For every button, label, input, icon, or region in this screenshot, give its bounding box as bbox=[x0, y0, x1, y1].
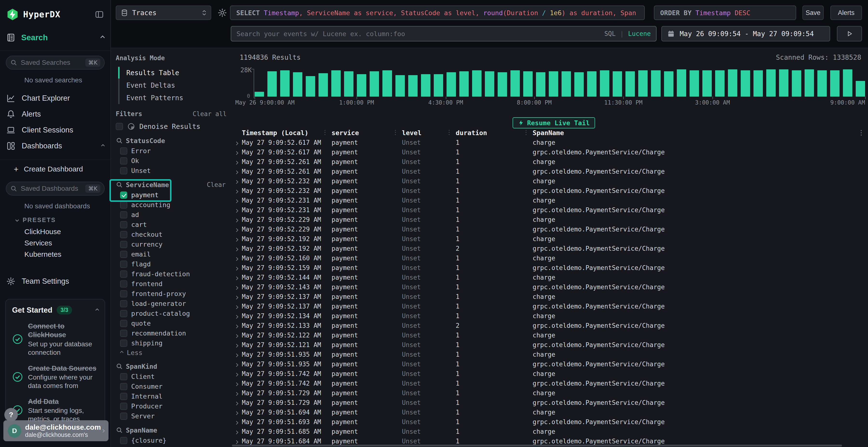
histogram-bar[interactable] bbox=[574, 72, 584, 97]
table-row[interactable]: May 27 9:09:52.159 AMpaymentUnset1grpc.o… bbox=[231, 263, 868, 273]
table-row[interactable]: May 27 9:09:51.935 AMpaymentUnset1charge bbox=[231, 350, 868, 359]
column-header-duration[interactable]: duration bbox=[456, 129, 533, 137]
table-row[interactable]: May 27 9:09:52.261 AMpaymentUnset1charge bbox=[231, 157, 868, 167]
histogram-bar[interactable] bbox=[536, 72, 546, 97]
histogram-bar[interactable] bbox=[318, 73, 328, 97]
filter-item-Client[interactable]: Client bbox=[116, 372, 227, 381]
presets-toggle[interactable]: PRESETS bbox=[0, 214, 111, 226]
histogram-bar[interactable] bbox=[382, 70, 392, 97]
histogram-bar[interactable] bbox=[856, 81, 865, 97]
source-settings-gear-icon[interactable] bbox=[217, 8, 227, 18]
sql-select-editor[interactable]: SELECT Timestamp, ServiceName as service… bbox=[230, 5, 645, 20]
row-expand-chevron[interactable] bbox=[235, 312, 242, 319]
filter-item-email[interactable]: email bbox=[116, 249, 227, 259]
checkbox[interactable] bbox=[120, 300, 127, 307]
table-row[interactable]: May 27 9:09:51.693 AMpaymentUnset1grpc.o… bbox=[231, 417, 868, 427]
filter-item-quote[interactable]: quote bbox=[116, 318, 227, 328]
filter-item-{closure}[interactable]: {closure} bbox=[116, 436, 227, 445]
sidebar-collapse-icon[interactable] bbox=[94, 10, 104, 19]
table-row[interactable]: May 27 9:09:52.122 AMpaymentUnset1charge bbox=[231, 331, 868, 340]
histogram-bar[interactable] bbox=[830, 70, 840, 97]
histogram-bar[interactable] bbox=[843, 69, 852, 97]
column-header-service[interactable]: service bbox=[332, 129, 402, 137]
checkbox[interactable] bbox=[120, 261, 127, 268]
row-expand-chevron[interactable] bbox=[235, 332, 242, 339]
filter-clear-button[interactable]: Clear bbox=[207, 181, 226, 188]
row-expand-chevron[interactable] bbox=[235, 245, 242, 252]
table-row[interactable]: May 27 9:09:52.160 AMpaymentUnset1charge bbox=[231, 253, 868, 263]
histogram-bar[interactable] bbox=[741, 70, 750, 97]
table-row[interactable]: May 27 9:09:51.684 AMpaymentUnset1grpc.o… bbox=[231, 437, 868, 445]
histogram-bar[interactable] bbox=[408, 75, 417, 97]
horizontal-scrollbar[interactable] bbox=[232, 445, 842, 447]
checkbox[interactable] bbox=[120, 271, 127, 278]
filter-item-accounting[interactable]: accounting bbox=[116, 200, 227, 210]
checkbox[interactable] bbox=[120, 310, 127, 317]
row-expand-chevron[interactable] bbox=[235, 283, 242, 291]
row-expand-chevron[interactable] bbox=[235, 148, 242, 156]
histogram-bar[interactable] bbox=[562, 71, 571, 97]
get-started-header[interactable]: Get Started 3/3 bbox=[12, 306, 98, 314]
filter-item-frontend[interactable]: frontend bbox=[116, 279, 227, 289]
filter-item-Producer[interactable]: Producer bbox=[116, 401, 227, 411]
histogram-bar[interactable] bbox=[728, 69, 737, 97]
sidebar-item-chart-explorer[interactable]: Chart Explorer bbox=[0, 90, 111, 106]
histogram-bar[interactable] bbox=[421, 74, 430, 97]
table-row[interactable]: May 27 9:09:52.192 AMpaymentUnset1charge bbox=[231, 234, 868, 244]
filter-item-ad[interactable]: ad bbox=[116, 210, 227, 220]
histogram-bar[interactable] bbox=[664, 71, 674, 97]
histogram-bar[interactable] bbox=[766, 69, 776, 97]
filter-item-Ok[interactable]: Ok bbox=[116, 156, 227, 166]
histogram-bar[interactable] bbox=[677, 69, 686, 97]
analysis-option-event-patterns[interactable]: Event Patterns bbox=[120, 92, 227, 104]
row-expand-chevron[interactable] bbox=[235, 399, 242, 406]
table-row[interactable]: May 27 9:09:51.694 AMpaymentUnset1charge bbox=[231, 408, 868, 417]
alerts-button[interactable]: Alerts bbox=[830, 5, 862, 20]
row-expand-chevron[interactable] bbox=[235, 341, 242, 348]
histogram-bar[interactable] bbox=[715, 70, 724, 97]
row-expand-chevron[interactable] bbox=[235, 177, 242, 185]
filter-item-shipping[interactable]: shipping bbox=[116, 338, 227, 348]
table-row[interactable]: May 27 9:09:51.742 AMpaymentUnset1grpc.o… bbox=[231, 379, 868, 388]
table-row[interactable]: May 27 9:09:52.229 AMpaymentUnset1charge bbox=[231, 215, 868, 225]
row-expand-chevron[interactable] bbox=[235, 389, 242, 397]
column-header-spanname[interactable]: SpanName bbox=[533, 129, 868, 137]
time-range-picker[interactable]: May 26 09:09:54 - May 27 09:09:54 bbox=[661, 26, 830, 41]
filter-item-flagd[interactable]: flagd bbox=[116, 259, 227, 269]
histogram-bar[interactable] bbox=[331, 70, 341, 97]
table-row[interactable]: May 27 9:09:52.137 AMpaymentUnset1grpc.o… bbox=[231, 302, 868, 311]
checkbox[interactable] bbox=[120, 403, 127, 410]
filter-item-Server[interactable]: Server bbox=[116, 411, 227, 421]
checkbox[interactable] bbox=[120, 340, 127, 347]
sidebar-item-dashboards[interactable]: Dashboards bbox=[0, 138, 111, 154]
histogram-bar[interactable] bbox=[396, 75, 405, 97]
histogram-bar[interactable] bbox=[293, 72, 302, 97]
sidebar-item-team-settings[interactable]: Team Settings bbox=[0, 273, 111, 289]
sidebar-item-kubernetes[interactable]: Kubernetes bbox=[0, 248, 111, 260]
row-expand-chevron[interactable] bbox=[235, 206, 242, 214]
help-button[interactable]: ? bbox=[4, 408, 18, 421]
histogram-bar[interactable] bbox=[370, 71, 379, 97]
histogram-bar[interactable] bbox=[510, 70, 520, 97]
row-expand-chevron[interactable] bbox=[235, 274, 242, 281]
row-expand-chevron[interactable] bbox=[235, 360, 242, 368]
row-expand-chevron[interactable] bbox=[235, 428, 242, 435]
run-query-button[interactable] bbox=[837, 26, 862, 41]
user-account-chip[interactable]: D dale@clickhouse.com dale@clickhouse.co… bbox=[3, 420, 108, 441]
sidebar-item-clickhouse[interactable]: ClickHouse bbox=[0, 226, 111, 237]
get-started-step-sources[interactable]: Create Data Sources Configure where your… bbox=[12, 364, 98, 390]
table-row[interactable]: May 27 9:09:51.685 AMpaymentUnset1charge bbox=[231, 427, 868, 437]
table-row[interactable]: May 27 9:09:51.729 AMpaymentUnset1grpc.o… bbox=[231, 398, 868, 408]
filter-less-toggle[interactable]: Less bbox=[116, 348, 227, 357]
table-row[interactable]: May 27 9:09:51.935 AMpaymentUnset1grpc.o… bbox=[231, 359, 868, 369]
filter-item-cart[interactable]: cart bbox=[116, 220, 227, 230]
histogram-bar[interactable] bbox=[446, 72, 456, 97]
get-started-step-add-data[interactable]: Add Data Start sending logs, metrics, or… bbox=[12, 397, 98, 423]
checkbox[interactable] bbox=[120, 241, 127, 248]
resume-live-tail-button[interactable]: Resume Live Tail bbox=[513, 117, 595, 128]
table-row[interactable]: May 27 9:09:52.617 AMpaymentUnset1charge bbox=[231, 138, 868, 147]
filter-item-currency[interactable]: currency bbox=[116, 239, 227, 249]
checkbox[interactable] bbox=[120, 290, 127, 298]
histogram-bar[interactable] bbox=[587, 71, 596, 97]
table-row[interactable]: May 27 9:09:52.192 AMpaymentUnset2grpc.o… bbox=[231, 244, 868, 253]
